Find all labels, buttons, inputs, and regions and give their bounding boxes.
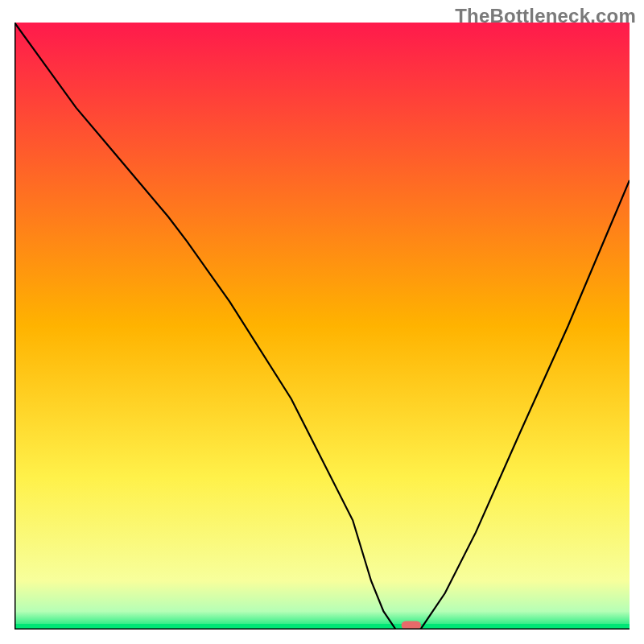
bottleneck-chart: TheBottleneck.com xyxy=(0,0,644,644)
watermark-text: TheBottleneck.com xyxy=(455,5,636,27)
optimal-marker xyxy=(402,621,421,630)
gradient-background xyxy=(14,23,630,630)
chart-svg xyxy=(14,23,630,630)
plot-area xyxy=(14,23,630,630)
